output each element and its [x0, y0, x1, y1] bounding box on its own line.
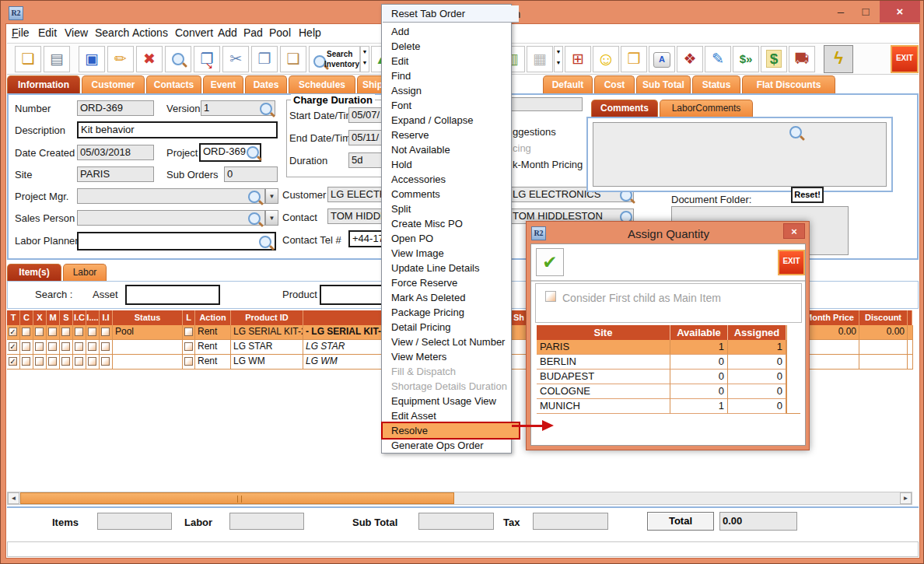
tab-dates[interactable]: Dates [245, 75, 287, 93]
menu-item-not-available[interactable]: Not Available [383, 142, 519, 157]
col-header-ic[interactable]: I.C [73, 310, 86, 325]
sales-person-search-icon[interactable] [248, 212, 261, 225]
menu-view[interactable]: View [65, 26, 88, 39]
menu-edit[interactable]: Edit [38, 26, 57, 39]
truck-button[interactable]: ⛟ [789, 46, 815, 72]
cell-status[interactable]: Pool [113, 325, 183, 340]
menu-item-expand-collapse[interactable]: Expand / Collapse [383, 113, 519, 128]
dialog-close-button[interactable]: × [783, 223, 805, 239]
col-header-status[interactable]: Status [113, 310, 183, 325]
dollar-forward-button[interactable]: $» [733, 46, 759, 72]
menu-item-assign[interactable]: Assign [383, 83, 519, 98]
cell-checkbox[interactable] [20, 325, 33, 340]
menu-item-comments[interactable]: Comments [383, 187, 519, 201]
cell-discount[interactable] [859, 355, 908, 370]
keyboard-button[interactable]: A [649, 46, 675, 72]
cell-checkbox[interactable] [100, 355, 113, 370]
menu-pad[interactable]: Pad [243, 26, 263, 39]
col-header-m[interactable]: M [47, 310, 60, 325]
col-header-c[interactable]: C [20, 310, 33, 325]
cell-product-id[interactable]: LG SERIAL KIT-2 [231, 325, 303, 340]
cell-checkbox[interactable] [100, 340, 113, 355]
cell-checkbox[interactable] [33, 355, 47, 370]
contact-tel-field[interactable]: +44-17 [348, 230, 383, 247]
start-date-field[interactable]: 05/07/ [348, 107, 383, 123]
cell-checkbox[interactable] [86, 325, 100, 340]
dialog-cell-assigned[interactable]: 0 [728, 384, 786, 399]
site-field[interactable]: PARIS [77, 166, 154, 182]
number-field[interactable]: ORD-369 [77, 100, 154, 116]
smiley-button[interactable]: ☺ [593, 46, 619, 72]
tab-items[interactable]: Item(s) [7, 264, 61, 281]
menu-item-force-reserve[interactable]: Force Reserve [383, 275, 519, 290]
cut-button[interactable]: ✂ [222, 46, 249, 72]
cell-l[interactable] [183, 355, 195, 370]
sales-person-dropdown[interactable]: ▼ [265, 210, 278, 226]
tab-default[interactable]: Default [543, 75, 593, 93]
reset-button[interactable]: Reset! [791, 187, 824, 203]
tab-comments[interactable]: Comments [591, 100, 658, 117]
dialog-cell-available[interactable]: 0 [670, 355, 728, 370]
copy-button[interactable]: ❐ [251, 46, 278, 72]
end-date-field[interactable]: 05/11/ [348, 130, 383, 145]
new-document-button[interactable]: ❏ [15, 46, 41, 72]
project-mgr-dropdown[interactable]: ▼ [265, 188, 278, 204]
asset-search-input[interactable] [125, 285, 220, 305]
col-header-x[interactable]: X [33, 310, 47, 325]
cell-l[interactable] [183, 325, 195, 340]
men-help[interactable]: Help [299, 26, 321, 39]
confirm-button[interactable]: ✔ [536, 248, 564, 276]
hierarchy-button[interactable]: ⊞ [565, 46, 591, 72]
cell-checkbox[interactable] [60, 355, 73, 370]
menu-item-accessories[interactable]: Accessories [383, 172, 519, 187]
cell-checkbox[interactable]: ✓ [7, 325, 20, 340]
cell-checkbox[interactable] [20, 355, 33, 370]
menu-item-resolve[interactable]: Resolve [383, 423, 519, 438]
cell-l[interactable] [183, 340, 195, 355]
edit-pencil-button[interactable]: ✏ [107, 46, 134, 72]
consider-first-child-checkbox[interactable] [545, 291, 556, 302]
cell-status[interactable] [113, 340, 183, 355]
tab-flat-discounts[interactable]: Flat Discounts [742, 75, 835, 93]
inventory-cubes-button[interactable]: ❖ [677, 46, 703, 72]
dialog-cell-available[interactable]: 0 [670, 384, 728, 399]
cell-checkbox[interactable] [33, 340, 47, 355]
cell-product-id[interactable]: LG STAR [231, 340, 303, 355]
cell-discount[interactable]: 0.00 [859, 325, 908, 340]
scroll-right-icon[interactable]: ► [900, 492, 912, 504]
dialog-cell-site[interactable]: PARIS [537, 340, 670, 355]
menu-item-open-po[interactable]: Open PO [383, 231, 519, 246]
cell-checkbox[interactable] [60, 340, 73, 355]
duration-field[interactable]: 5d [348, 152, 383, 168]
menu-file[interactable]: File [12, 26, 30, 39]
tab-status[interactable]: Status [692, 75, 740, 93]
customer-code-field[interactable]: LG ELECTR [327, 187, 383, 202]
dialog-table-scroll-strip[interactable] [786, 325, 800, 414]
menu-item-edit[interactable]: Edit [383, 54, 519, 68]
dialog-cell-available[interactable]: 1 [670, 399, 728, 414]
version-search-icon[interactable] [260, 103, 272, 115]
menu-item-add[interactable]: Add [383, 24, 519, 39]
cell-checkbox[interactable] [73, 325, 86, 340]
dialog-exit-button[interactable]: EXIT [778, 250, 805, 275]
checkbox[interactable] [35, 357, 44, 366]
labor-planner-field[interactable] [77, 232, 276, 250]
menu-item-detail-pricing[interactable]: Detail Pricing [383, 320, 519, 335]
maximize-button[interactable]: □ [855, 2, 877, 23]
menu-item-view-select-lot-number[interactable]: View / Select Lot Number [383, 335, 519, 349]
dialog-col-site[interactable]: Site [537, 325, 670, 340]
checkbox[interactable] [48, 342, 57, 351]
menu-item-mark-as-deleted[interactable]: Mark As Deleted [383, 290, 519, 305]
scroll-left-icon[interactable]: ◄ [8, 492, 19, 504]
checkbox[interactable] [61, 342, 70, 351]
col-header-action[interactable]: Action [195, 310, 231, 325]
tab-labor-comments[interactable]: LaborComments [660, 100, 753, 117]
dialog-cell-assigned[interactable]: 0 [728, 370, 786, 384]
tab-information[interactable]: Information [7, 75, 80, 93]
dialog-cell-available[interactable]: 0 [670, 370, 728, 384]
tab-customer[interactable]: Customer [82, 75, 145, 93]
cell-discount[interactable] [859, 340, 908, 355]
col-header-l[interactable]: L [183, 310, 195, 325]
comments-search-icon[interactable] [789, 126, 802, 138]
checkbox[interactable] [22, 328, 30, 336]
